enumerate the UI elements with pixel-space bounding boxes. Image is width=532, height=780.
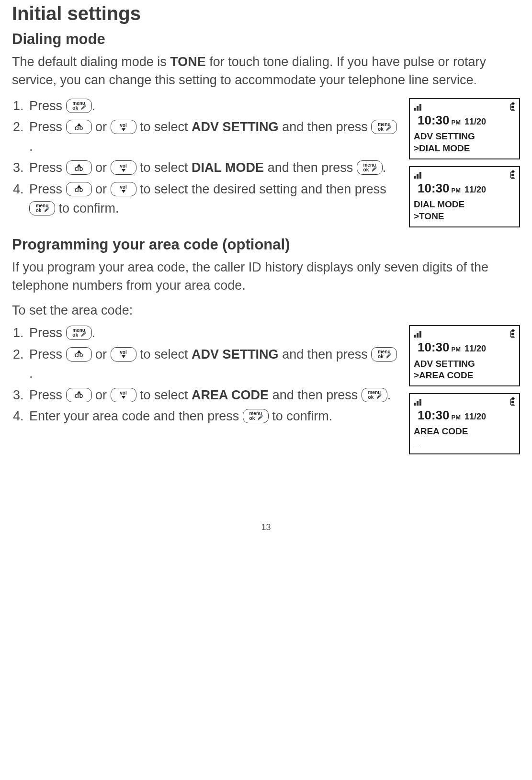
- area-code-lead: To set the area code:: [12, 302, 520, 320]
- step-2: 2. Press CID or vol to select ADV SETTIN…: [12, 345, 400, 384]
- step-4: 4. Enter your area code and then press m…: [12, 407, 400, 426]
- area-code-screens: 10:30PM11/20 ADV SETTING >AREA CODE 10:3…: [409, 325, 520, 454]
- menu-ok-key-icon: menuok: [357, 160, 383, 175]
- screen-adv-setting-dial-mode: 10:30PM11/20 ADV SETTING >DIAL MODE: [409, 98, 520, 159]
- dialing-mode-title: Dialing mode: [12, 29, 520, 49]
- battery-icon: [510, 398, 515, 406]
- vol-down-key-icon: vol: [111, 120, 136, 134]
- menu-ok-key-icon: menuok: [371, 347, 397, 362]
- menu-ok-key-icon: menuok: [66, 99, 92, 113]
- battery-icon: [510, 330, 515, 338]
- signal-icon: [414, 104, 421, 111]
- menu-ok-key-icon: menuok: [371, 120, 397, 134]
- cid-up-key-icon: CID: [66, 120, 92, 134]
- cid-up-key-icon: CID: [66, 347, 92, 362]
- cid-up-key-icon: CID: [66, 160, 92, 175]
- section-heading: Initial settings: [12, 0, 520, 27]
- signal-icon: [414, 399, 421, 406]
- dialing-mode-screens: 10:30PM11/20 ADV SETTING >DIAL MODE 10:3…: [409, 98, 520, 227]
- step-1: 1. Press menuok .: [12, 323, 400, 343]
- page-number: 13: [12, 521, 520, 533]
- area-code-content: 1. Press menuok . 2. Press CID or vol to…: [12, 323, 520, 454]
- step-1: 1. Press menuok .: [12, 96, 400, 116]
- step-4: 4. Press CID or vol to select the desire…: [12, 180, 400, 218]
- cid-up-key-icon: CID: [66, 182, 92, 196]
- area-code-intro: If you program your area code, the calle…: [12, 259, 520, 295]
- area-code-steps: 1. Press menuok . 2. Press CID or vol to…: [12, 323, 400, 454]
- screen-area-code-entry: 10:30PM11/20 AREA CODE _: [409, 393, 520, 454]
- menu-ok-key-icon: menuok: [362, 388, 387, 402]
- step-2: 2. Press CID or vol to select ADV SETTIN…: [12, 117, 400, 156]
- dialing-mode-steps: 1. Press menuok . 2. Press CID or vol to…: [12, 96, 400, 227]
- dialing-mode-content: 1. Press menuok . 2. Press CID or vol to…: [12, 96, 520, 227]
- battery-icon: [510, 171, 515, 179]
- vol-down-key-icon: vol: [111, 347, 136, 362]
- vol-down-key-icon: vol: [111, 160, 136, 175]
- dialing-mode-intro: The default dialing mode is TONE for tou…: [12, 53, 520, 90]
- area-code-title: Programming your area code (optional): [12, 234, 520, 255]
- menu-ok-key-icon: menuok: [29, 201, 55, 215]
- screen-dial-mode-tone: 10:30PM11/20 DIAL MODE >TONE: [409, 166, 520, 227]
- step-3: 3. Press CID or vol to select DIAL MODE …: [12, 158, 400, 178]
- cid-up-key-icon: CID: [66, 388, 92, 402]
- menu-ok-key-icon: menuok: [66, 326, 92, 340]
- menu-ok-key-icon: menuok: [243, 409, 269, 423]
- signal-icon: [414, 172, 421, 179]
- vol-down-key-icon: vol: [111, 388, 136, 402]
- vol-down-key-icon: vol: [111, 182, 136, 196]
- step-3: 3. Press CID or vol to select AREA CODE …: [12, 385, 400, 405]
- screen-adv-setting-area-code: 10:30PM11/20 ADV SETTING >AREA CODE: [409, 325, 520, 386]
- signal-icon: [414, 331, 421, 338]
- battery-icon: [510, 103, 515, 111]
